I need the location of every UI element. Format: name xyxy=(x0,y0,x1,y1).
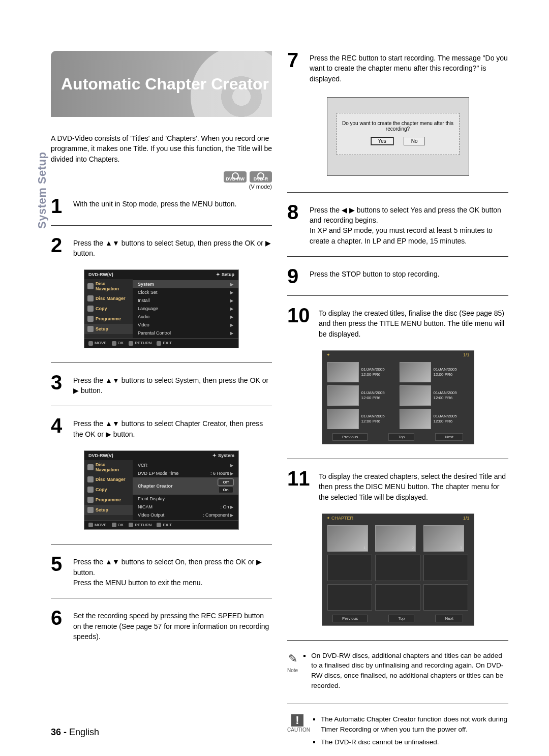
nav-icon xyxy=(87,326,94,332)
nav-icon xyxy=(87,316,94,322)
title-banner: Automatic Chapter Creator xyxy=(51,51,272,117)
empty-slot xyxy=(327,584,373,611)
osd-header-left: DVD-RW(V) xyxy=(88,453,113,458)
osd-nav-item: Disc Navigation xyxy=(96,462,130,472)
osd-list-item: Video Output xyxy=(138,512,164,518)
osd-list-item: NICAM xyxy=(138,504,152,509)
step-9-text: Press the STOP button to stop recording. xyxy=(310,267,508,285)
osd-list-item: Clock Set xyxy=(138,290,158,295)
osd-list-item: Front Display xyxy=(138,496,165,501)
option-on: On xyxy=(218,487,233,493)
title-thumb: 01/JAN/200512:00 PR6 xyxy=(327,385,396,406)
step-number: 3 xyxy=(51,373,68,396)
nav-icon xyxy=(87,487,94,493)
step-11-text: To display the created chapters, select … xyxy=(319,469,508,502)
osd-nav-item: Setup xyxy=(96,507,108,512)
osd-list-item: Parental Control xyxy=(138,330,171,336)
chapter-thumb: 3 xyxy=(423,525,464,552)
osd-value: : Component xyxy=(203,512,229,518)
osd-nav-item: Programme xyxy=(96,497,121,502)
nav-icon xyxy=(87,476,94,482)
step-8-text: Press the ◀ ▶ buttons to select Yes and … xyxy=(310,203,508,246)
dialog-screenshot: Do you want to create the chapter menu a… xyxy=(327,97,469,176)
step-number: 9 xyxy=(287,267,304,285)
badge-dvd-r: DVD-R xyxy=(250,171,272,183)
osd-nav-item: Setup xyxy=(96,326,108,331)
step-number: 8 xyxy=(287,203,304,246)
next-button: Next xyxy=(435,615,463,622)
divider xyxy=(287,192,508,193)
chapter-thumb: 1 xyxy=(327,525,368,552)
nav-icon xyxy=(87,464,94,470)
divider xyxy=(51,544,272,545)
top-button: Top xyxy=(388,615,414,622)
title-menu-screenshot: ✦1/1 01/JAN/200512:00 PR6 01/JAN/200512:… xyxy=(322,350,474,444)
osd-footer-hint: EXIT xyxy=(157,523,172,527)
divider xyxy=(51,362,272,363)
diamond-icon: ✦ xyxy=(326,352,330,357)
osd-list-item: Chapter Creator xyxy=(138,483,173,489)
osd-header-right: ✦ Setup xyxy=(216,272,234,277)
empty-slot xyxy=(375,555,420,581)
nav-icon xyxy=(87,507,94,513)
note-item: On DVD-RW discs, additional chapters and… xyxy=(311,651,508,690)
note-callout: ✎Note On DVD-RW discs, additional chapte… xyxy=(287,651,508,693)
empty-slot xyxy=(375,584,420,611)
osd-nav-item: Disc Navigation xyxy=(96,281,130,291)
chapter-thumb: 2 xyxy=(375,525,416,552)
osd-list-item: Audio xyxy=(138,314,149,319)
osd-header-right: ✦ System xyxy=(212,453,234,458)
divider xyxy=(287,295,508,296)
section-tab: System Setup xyxy=(36,152,49,229)
intro-text: A DVD-Video consists of 'Titles' and 'Ch… xyxy=(51,133,272,164)
step-10-text: To display the created titles, finalise … xyxy=(319,306,508,339)
empty-slot xyxy=(423,555,469,581)
osd-list-item: Language xyxy=(138,306,158,311)
divider xyxy=(51,406,272,406)
dialog-no-button: No xyxy=(404,137,425,145)
step-number: 11 xyxy=(287,469,314,502)
title-thumb: 01/JAN/200512:00 PR6 xyxy=(400,385,469,406)
osd-value: : On xyxy=(220,504,229,509)
step-number: 6 xyxy=(51,609,68,642)
osd-list-item: DVD EP Mode Time xyxy=(138,471,178,476)
osd-system-screenshot: DVD-RW(V)✦ System Disc Navigation Disc M… xyxy=(84,450,239,530)
title-thumb: 01/JAN/200512:00 PR6 xyxy=(400,409,469,429)
nav-icon xyxy=(87,497,94,503)
dialog-message: Do you want to create the chapter menu a… xyxy=(340,120,456,132)
page-indicator: 1/1 xyxy=(463,352,470,357)
caution-callout: !CAUTION The Automatic Chapter Creator f… xyxy=(287,714,508,750)
osd-setup-screenshot: DVD-RW(V)✦ Setup Disc Navigation Disc Ma… xyxy=(84,269,239,348)
title-thumb: 01/JAN/200512:00 PR6 xyxy=(327,409,396,429)
diamond-icon: ✦ xyxy=(326,516,330,521)
step-number: 7 xyxy=(287,51,304,84)
divider xyxy=(287,640,508,641)
step-6-text: Set the recording speed by pressing the … xyxy=(73,609,272,642)
osd-footer-hint: OK xyxy=(112,523,124,527)
osd-list-item: Install xyxy=(138,298,150,303)
step-number: 4 xyxy=(51,416,68,439)
divider xyxy=(51,598,272,598)
divider xyxy=(51,225,272,226)
option-off: Off xyxy=(218,479,233,486)
title-thumb: 01/JAN/200512:00 PR6 xyxy=(327,362,396,382)
step-7-text: Press the REC button to start recording.… xyxy=(310,51,508,84)
osd-value: : 6 Hours xyxy=(210,471,229,476)
nav-icon xyxy=(87,306,94,312)
prev-button: Previous xyxy=(332,433,368,441)
osd-nav-item: Copy xyxy=(96,487,107,492)
divider xyxy=(287,459,508,459)
osd-list-item: System xyxy=(138,282,154,287)
osd-nav-item: Copy xyxy=(96,306,107,311)
step-3-text: Press the ▲▼ buttons to select System, t… xyxy=(73,373,272,396)
dialog-yes-button: Yes xyxy=(371,137,394,145)
note-label: Note xyxy=(287,668,298,673)
step-5-text: Press the ▲▼ buttons to select On, then … xyxy=(73,555,272,588)
nav-icon xyxy=(87,283,94,289)
osd-nav-item: Disc Manager xyxy=(96,477,126,482)
empty-slot xyxy=(423,584,469,611)
chapter-menu-screenshot: ✦ CHAPTER1/1 1 2 3 Previous Top Next xyxy=(322,513,474,626)
osd-header-left: DVD-RW(V) xyxy=(88,272,113,277)
divider xyxy=(287,256,508,257)
osd-list-item: VCR xyxy=(138,463,147,468)
